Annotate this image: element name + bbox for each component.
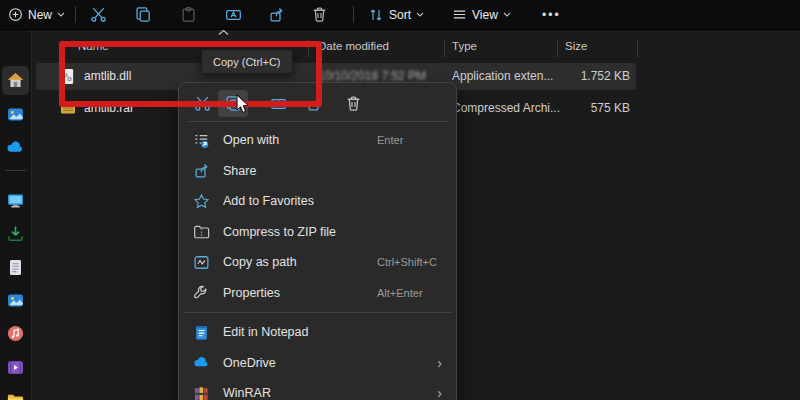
dll-file-icon [60, 68, 75, 85]
column-header-name[interactable]: Name [78, 40, 109, 52]
menu-item-share[interactable]: Share [183, 156, 452, 187]
pictures-icon[interactable] [6, 291, 25, 310]
menu-item-label: Edit in Notepad [223, 325, 308, 339]
delete-button[interactable] [338, 90, 368, 117]
new-button[interactable]: New [4, 0, 69, 29]
cut-icon [90, 6, 107, 23]
menu-item-shortcut: Enter [377, 134, 403, 146]
copy-icon [135, 6, 152, 23]
view-button-label: View [472, 8, 498, 22]
rename-button[interactable] [221, 0, 246, 29]
command-bar: New Sort View [0, 0, 800, 30]
file-type: Application exten... [452, 69, 553, 83]
music-icon[interactable] [6, 324, 25, 343]
cut-button[interactable] [187, 90, 217, 117]
share-icon [268, 6, 285, 23]
new-button-label: New [28, 8, 52, 22]
desktop-icon[interactable] [6, 191, 25, 210]
file-name: amtlib.dll [84, 69, 131, 83]
view-button[interactable]: View [448, 0, 515, 29]
copy-button[interactable] [131, 0, 156, 29]
gallery-icon[interactable] [6, 105, 25, 124]
column-divider[interactable] [637, 40, 638, 57]
sort-button[interactable]: Sort [364, 0, 428, 29]
menu-item-properties[interactable]: Properties Alt+Enter [183, 278, 452, 309]
sort-ascending-chevron-icon [218, 29, 229, 36]
file-size: 575 KB [591, 101, 630, 115]
submenu-arrow-icon: › [437, 385, 442, 400]
column-header-date-modified[interactable]: Date modified [318, 40, 389, 52]
rename-button[interactable] [263, 90, 293, 117]
copy-path-icon [193, 254, 210, 271]
file-explorer-window: New Sort View [0, 0, 800, 400]
submenu-arrow-icon: › [437, 355, 442, 371]
share-icon [306, 95, 323, 112]
menu-item-add-to-favorites[interactable]: Add to Favorites [183, 186, 452, 217]
share-button[interactable] [299, 90, 329, 117]
menu-item-compress-to-zip[interactable]: Compress to ZIP file [183, 217, 452, 248]
tooltip-text: Copy (Ctrl+C) [213, 56, 281, 68]
column-header-size[interactable]: Size [565, 40, 587, 52]
navigation-pane [0, 30, 31, 400]
delete-button[interactable] [307, 0, 332, 29]
column-header-type[interactable]: Type [452, 40, 477, 52]
sort-button-label: Sort [389, 8, 411, 22]
star-icon [193, 193, 210, 210]
sort-icon [368, 7, 384, 23]
menu-item-copy-as-path[interactable]: Copy as path Ctrl+Shift+C [183, 247, 452, 278]
chevron-down-icon [57, 12, 65, 18]
context-menu: Open with Enter Share Add to Favorites C… [178, 82, 457, 400]
menu-item-shortcut: Alt+Enter [377, 287, 423, 299]
onedrive-icon[interactable] [6, 138, 25, 157]
notepad-icon [193, 324, 210, 341]
menu-item-winrar[interactable]: WinRAR › [183, 378, 452, 400]
menu-item-label: Properties [223, 286, 280, 300]
folder-icon[interactable] [6, 391, 25, 400]
menu-item-open-with[interactable]: Open with Enter [183, 125, 452, 156]
menu-divider [187, 121, 448, 122]
column-divider[interactable] [444, 40, 445, 57]
menu-item-label: Open with [223, 133, 279, 147]
winrar-icon [193, 385, 210, 400]
menu-item-shortcut: Ctrl+Shift+C [377, 256, 437, 268]
documents-icon[interactable] [6, 258, 25, 277]
delete-icon [345, 95, 362, 112]
cut-icon [194, 95, 211, 112]
menu-item-label: Compress to ZIP file [223, 225, 336, 239]
copy-tooltip: Copy (Ctrl+C) [201, 49, 293, 74]
menu-item-label: Share [223, 164, 256, 178]
onedrive-icon [193, 354, 210, 371]
home-icon[interactable] [6, 71, 25, 90]
downloads-icon[interactable] [6, 224, 25, 243]
ellipsis-icon: ••• [542, 8, 561, 22]
chevron-down-icon [503, 12, 511, 18]
share-icon [193, 162, 210, 179]
file-date-modified: 10/10/2018 7:52 PM [318, 69, 426, 83]
rename-icon [270, 95, 287, 112]
chevron-down-icon [416, 12, 424, 18]
mouse-cursor-icon [236, 94, 251, 115]
column-divider[interactable] [557, 40, 558, 57]
delete-icon [311, 6, 328, 23]
open-with-icon [193, 132, 210, 149]
file-name: amtlib.rar [84, 101, 134, 115]
menu-divider [183, 308, 452, 317]
menu-item-label: Copy as path [223, 255, 297, 269]
paste-button[interactable] [176, 0, 201, 29]
menu-item-label: Add to Favorites [223, 194, 314, 208]
cut-button[interactable] [86, 0, 111, 29]
menu-item-onedrive[interactable]: OneDrive › [183, 348, 452, 379]
sidebar-divider [5, 170, 26, 171]
more-options-button[interactable]: ••• [538, 0, 565, 29]
share-button[interactable] [264, 0, 289, 29]
rar-archive-icon [60, 100, 76, 116]
videos-icon[interactable] [6, 358, 25, 377]
toolbar-divider [75, 6, 76, 23]
quick-actions-row [179, 87, 456, 119]
column-divider[interactable] [308, 40, 309, 57]
menu-item-edit-in-notepad[interactable]: Edit in Notepad [183, 317, 452, 348]
paste-icon [180, 6, 197, 23]
toolbar-divider [353, 6, 354, 23]
zip-folder-icon [193, 223, 210, 240]
menu-item-label: WinRAR [223, 386, 271, 400]
